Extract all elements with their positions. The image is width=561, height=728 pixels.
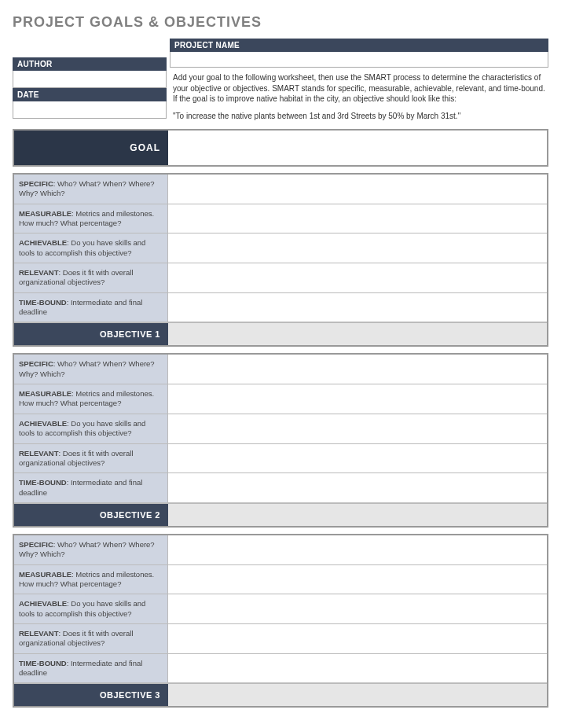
- achievable-input-1[interactable]: [168, 233, 547, 263]
- relevant-row: RELEVANT: Does it fit with overall organ…: [14, 263, 547, 293]
- measurable-strong: MEASURABLE: [19, 570, 72, 579]
- relevant-label: RELEVANT: Does it fit with overall organ…: [14, 444, 168, 473]
- goal-row: GOAL: [13, 129, 548, 167]
- timebound-label: TIME-BOUND: Intermediate and final deadl…: [14, 473, 168, 502]
- relevant-input-3[interactable]: [168, 624, 547, 653]
- project-name-input[interactable]: [170, 52, 548, 68]
- objective-3-section: SPECIFIC: Who? What? When? Where? Why? W…: [13, 534, 548, 708]
- achievable-row: ACHIEVABLE: Do you have skills and tools…: [14, 233, 547, 263]
- relevant-input-2[interactable]: [168, 444, 547, 473]
- timebound-strong: TIME-BOUND: [19, 298, 67, 307]
- measurable-strong: MEASURABLE: [19, 209, 72, 218]
- specific-label: SPECIFIC: Who? What? When? Where? Why? W…: [14, 535, 168, 564]
- instructions-body: Add your goal to the following worksheet…: [173, 72, 545, 105]
- author-header: AUTHOR: [13, 57, 167, 71]
- instructions-example: "To increase the native plants between 1…: [173, 111, 545, 122]
- measurable-input-2[interactable]: [168, 384, 547, 414]
- project-name-header: PROJECT NAME: [170, 39, 548, 52]
- measurable-row: MEASURABLE: Metrics and milestones. How …: [14, 565, 547, 595]
- achievable-label: ACHIEVABLE: Do you have skills and tools…: [14, 594, 168, 623]
- timebound-row: TIME-BOUND: Intermediate and final deadl…: [14, 654, 547, 684]
- specific-strong: SPECIFIC: [19, 359, 53, 368]
- specific-input-1[interactable]: [168, 175, 547, 204]
- author-input[interactable]: [13, 71, 167, 88]
- measurable-input-3[interactable]: [168, 565, 547, 594]
- achievable-label: ACHIEVABLE: Do you have skills and tools…: [14, 414, 168, 443]
- specific-label: SPECIFIC: Who? What? When? Where? Why? W…: [14, 175, 168, 204]
- achievable-row: ACHIEVABLE: Do you have skills and tools…: [14, 594, 547, 624]
- specific-input-3[interactable]: [168, 535, 547, 564]
- timebound-strong: TIME-BOUND: [19, 659, 67, 667]
- objective-1-label: OBJECTIVE 1: [14, 323, 168, 345]
- measurable-strong: MEASURABLE: [19, 389, 72, 398]
- relevant-strong: RELEVANT: [19, 629, 59, 638]
- objective-3-input[interactable]: [168, 684, 547, 706]
- achievable-input-3[interactable]: [168, 594, 547, 623]
- objective-1-input[interactable]: [168, 323, 547, 345]
- objective-2-row: OBJECTIVE 2: [14, 503, 547, 526]
- date-input[interactable]: [13, 101, 167, 119]
- measurable-label: MEASURABLE: Metrics and milestones. How …: [14, 204, 168, 233]
- relevant-row: RELEVANT: Does it fit with overall organ…: [14, 624, 547, 654]
- objective-1-row: OBJECTIVE 1: [14, 322, 547, 345]
- measurable-input-1[interactable]: [168, 204, 547, 233]
- left-meta-column: AUTHOR DATE: [13, 39, 167, 124]
- measurable-label: MEASURABLE: Metrics and milestones. How …: [14, 384, 168, 414]
- spacer: [13, 39, 167, 57]
- relevant-strong: RELEVANT: [19, 449, 59, 458]
- objective-3-row: OBJECTIVE 3: [14, 683, 547, 706]
- achievable-input-2[interactable]: [168, 414, 547, 443]
- measurable-row: MEASURABLE: Metrics and milestones. How …: [14, 384, 547, 414]
- timebound-label: TIME-BOUND: Intermediate and final deadl…: [14, 654, 168, 683]
- relevant-strong: RELEVANT: [19, 268, 59, 277]
- timebound-strong: TIME-BOUND: [19, 478, 67, 487]
- relevant-row: RELEVANT: Does it fit with overall organ…: [14, 444, 547, 474]
- timebound-row: TIME-BOUND: Intermediate and final deadl…: [14, 473, 547, 503]
- objective-2-input[interactable]: [168, 504, 547, 526]
- relevant-label: RELEVANT: Does it fit with overall organ…: [14, 624, 168, 653]
- page-title: PROJECT GOALS & OBJECTIVES: [13, 14, 548, 31]
- objective-2-section: SPECIFIC: Who? What? When? Where? Why? W…: [13, 353, 548, 527]
- timebound-label: TIME-BOUND: Intermediate and final deadl…: [14, 293, 168, 322]
- specific-row: SPECIFIC: Who? What? When? Where? Why? W…: [14, 355, 547, 384]
- achievable-label: ACHIEVABLE: Do you have skills and tools…: [14, 233, 168, 263]
- instructions-block: Add your goal to the following worksheet…: [170, 68, 548, 124]
- achievable-strong: ACHIEVABLE: [19, 238, 67, 247]
- specific-row: SPECIFIC: Who? What? When? Where? Why? W…: [14, 535, 547, 565]
- objective-2-label: OBJECTIVE 2: [14, 504, 168, 526]
- achievable-strong: ACHIEVABLE: [19, 599, 67, 608]
- specific-strong: SPECIFIC: [19, 179, 53, 188]
- specific-label: SPECIFIC: Who? What? When? Where? Why? W…: [14, 355, 168, 384]
- specific-input-2[interactable]: [168, 355, 547, 384]
- objective-1-section: SPECIFIC: Who? What? When? Where? Why? W…: [13, 173, 548, 347]
- specific-strong: SPECIFIC: [19, 540, 53, 549]
- achievable-row: ACHIEVABLE: Do you have skills and tools…: [14, 414, 547, 444]
- relevant-label: RELEVANT: Does it fit with overall organ…: [14, 263, 168, 292]
- timebound-input-1[interactable]: [168, 293, 547, 322]
- timebound-input-2[interactable]: [168, 473, 547, 502]
- goal-input[interactable]: [168, 131, 547, 165]
- specific-row: SPECIFIC: Who? What? When? Where? Why? W…: [14, 175, 547, 204]
- right-meta-column: PROJECT NAME Add your goal to the follow…: [170, 39, 548, 124]
- relevant-input-1[interactable]: [168, 263, 547, 292]
- goal-label: GOAL: [14, 131, 168, 165]
- timebound-input-3[interactable]: [168, 654, 547, 683]
- top-meta-grid: AUTHOR DATE PROJECT NAME Add your goal t…: [13, 39, 548, 124]
- timebound-row: TIME-BOUND: Intermediate and final deadl…: [14, 293, 547, 323]
- measurable-label: MEASURABLE: Metrics and milestones. How …: [14, 565, 168, 594]
- achievable-strong: ACHIEVABLE: [19, 419, 67, 428]
- date-header: DATE: [13, 88, 167, 101]
- measurable-row: MEASURABLE: Metrics and milestones. How …: [14, 204, 547, 234]
- objective-3-label: OBJECTIVE 3: [14, 684, 168, 706]
